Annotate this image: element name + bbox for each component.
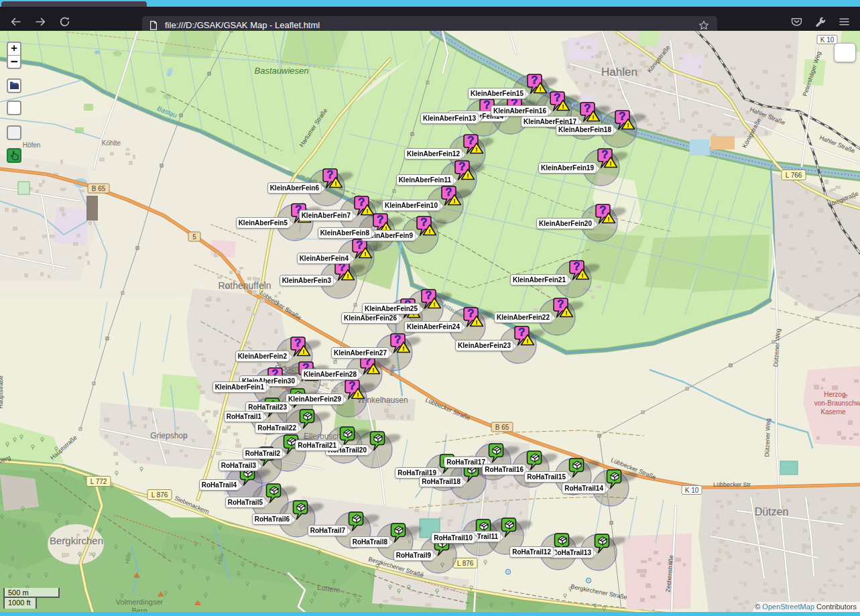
svg-text:K 10: K 10: [820, 36, 835, 44]
svg-text:?: ?: [358, 196, 365, 208]
svg-text:von-Braunschwe: von-Braunschwe: [814, 399, 860, 407]
svg-text:!: !: [302, 348, 304, 355]
svg-text:K 10: K 10: [685, 487, 699, 494]
svg-text:?: ?: [483, 99, 490, 111]
svg-text:Hauptstraße: Hauptstraße: [0, 375, 4, 409]
svg-text:!: !: [475, 145, 477, 153]
svg-text:?: ?: [445, 186, 452, 198]
svg-text:?: ?: [584, 102, 591, 115]
svg-text:?: ?: [326, 168, 333, 181]
svg-text:!: !: [627, 121, 629, 129]
svg-text:?: ?: [601, 148, 608, 161]
svg-text:!: !: [475, 318, 477, 326]
svg-text:!: !: [581, 271, 583, 279]
svg-text:?: ?: [377, 213, 383, 226]
svg-text:!: !: [347, 272, 349, 280]
svg-text:!: !: [526, 337, 528, 345]
svg-text:?: ?: [599, 204, 606, 217]
svg-text:!: !: [372, 366, 374, 373]
svg-text:© OpenStreetMap Contributors: © OpenStreetMap Contributors: [755, 603, 857, 611]
svg-text:Dützener Weg: Dützener Weg: [763, 418, 772, 457]
svg-text:?: ?: [467, 134, 474, 147]
svg-text:!: !: [592, 113, 594, 121]
svg-text:!: !: [428, 227, 430, 235]
svg-text:!: !: [562, 103, 564, 110]
svg-text:?: ?: [573, 260, 580, 273]
svg-text:Griepshop: Griepshop: [150, 431, 188, 440]
svg-text:B 65: B 65: [495, 424, 509, 431]
svg-text:!: !: [433, 300, 435, 308]
svg-text:!: !: [366, 207, 368, 214]
svg-text:!: !: [539, 85, 541, 93]
svg-text:!: !: [565, 309, 567, 316]
svg-text:Hahlen: Hahlen: [601, 66, 637, 78]
svg-text:5: 5: [192, 233, 196, 241]
svg-text:Bergkirchener Straße: Bergkirchener Straße: [570, 583, 628, 601]
svg-text:?: ?: [619, 110, 625, 123]
svg-text:?: ?: [518, 326, 525, 338]
svg-text:!: !: [364, 250, 366, 257]
svg-text:?: ?: [425, 289, 432, 302]
svg-text:L 766: L 766: [786, 172, 802, 179]
svg-text:Köhlte: Köhlte: [102, 139, 121, 147]
svg-text:Lübbecker Str: Lübbecker Str: [713, 481, 751, 488]
svg-text:?: ?: [554, 91, 560, 104]
svg-text:Dützen: Dützen: [755, 506, 789, 517]
svg-text:L 772: L 772: [90, 478, 107, 485]
svg-text:?: ?: [557, 298, 564, 310]
svg-text:?: ?: [531, 74, 538, 86]
svg-text:Kaserne: Kaserne: [820, 408, 846, 416]
svg-text:!: !: [609, 160, 611, 167]
svg-text:Volmerdingser: Volmerdingser: [116, 598, 164, 606]
svg-text:?: ?: [394, 333, 401, 346]
svg-text:L 876: L 876: [457, 560, 474, 567]
svg-text:Herzog-: Herzog-: [824, 391, 848, 398]
svg-text:B 65: B 65: [92, 185, 106, 192]
svg-text:!: !: [467, 172, 469, 179]
svg-text:?: ?: [458, 160, 465, 173]
svg-text:!: !: [607, 215, 609, 223]
svg-text:?: ?: [420, 216, 427, 229]
svg-text:?: ?: [467, 307, 474, 320]
svg-text:!: !: [453, 197, 455, 204]
svg-text:Bastauwiesen: Bastauwiesen: [255, 66, 309, 76]
svg-text:!: !: [357, 391, 359, 398]
svg-text:?: ?: [349, 379, 355, 392]
svg-text:Berg: Berg: [131, 607, 147, 612]
svg-text:L 876: L 876: [151, 491, 168, 499]
svg-text:!: !: [402, 345, 404, 352]
svg-text:!: !: [334, 180, 336, 187]
svg-text:Höfen: Höfen: [23, 141, 41, 149]
svg-text:?: ?: [294, 336, 301, 349]
svg-text:Bergkirchen: Bergkirchen: [50, 535, 103, 546]
